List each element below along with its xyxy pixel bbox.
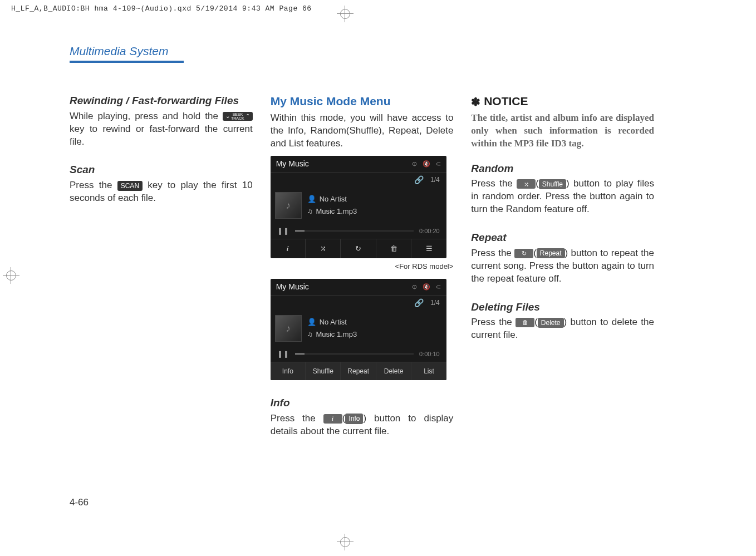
- page-number: 4-66: [70, 497, 89, 508]
- footer-info-icon: 𝒊: [271, 239, 306, 258]
- seek-track-key: ⌄ SEEK TRACK ⌃: [223, 112, 253, 121]
- para-rewind: While playing, press and hold the ⌄ SEEK…: [70, 110, 253, 149]
- caption-rds: <For RDS model>: [271, 262, 454, 272]
- elapsed-time: 0:00:10: [419, 350, 440, 358]
- notice-text: The title, artist and album info are dis…: [471, 112, 654, 150]
- track-info: 👤No Artist ♫Music 1.mp3: [307, 317, 357, 339]
- artist-name: No Artist: [320, 317, 347, 327]
- mute-icon: 🔇: [423, 160, 430, 168]
- seek-label-bottom: TRACK: [231, 116, 244, 120]
- footer-delete-btn: Delete: [376, 362, 411, 380]
- para-deleting: Press the 🗑(Delete) button to delete the…: [471, 316, 654, 342]
- column-1: Rewinding / Fast-forwarding Files While …: [70, 94, 253, 452]
- para-mymusic: Within this mode, you will have access t…: [271, 112, 454, 150]
- footer-shuffle-btn: Shuffle: [306, 362, 341, 380]
- registration-mark-bottom: [337, 534, 354, 550]
- person-icon: 👤: [307, 194, 316, 204]
- scr-title: My Music: [276, 282, 309, 292]
- disc-icon: ⊙: [412, 160, 417, 168]
- page-content: Multimedia System Rewinding / Fast-forwa…: [70, 45, 654, 452]
- snowflake-icon: ✽: [471, 96, 480, 108]
- delete-icon-button: 🗑: [516, 318, 534, 327]
- progress-bar: [295, 230, 414, 232]
- scr-body: ♪ 👤No Artist ♫Music 1.mp3: [271, 188, 446, 223]
- scr-footer: 𝒊 ⤮ ↻ 🗑 ☰: [271, 239, 446, 258]
- scr-title: My Music: [276, 159, 309, 169]
- scr-progress: ❚❚ 0:00:10: [271, 346, 446, 362]
- track-filename: Music 1.mp3: [316, 206, 357, 217]
- pause-icon: ❚❚: [277, 227, 289, 235]
- footer-delete-icon: 🗑: [376, 239, 411, 258]
- text: Press the: [471, 317, 516, 327]
- album-art-icon: ♪: [275, 315, 302, 342]
- print-header: H_LF_A,B_AUDIO:BH hma 4-109~(Audio).qxd …: [11, 4, 312, 13]
- text: Press the: [70, 180, 117, 190]
- column-2: My Music Mode Menu Within this mode, you…: [271, 94, 454, 452]
- footer-shuffle-icon: ⤮: [306, 239, 341, 258]
- scr-subheader: 🔗 1/4: [271, 173, 446, 188]
- scr-subheader: 🔗 1/4: [271, 296, 446, 311]
- scr-header: My Music ⊙ 🔇 ⊂: [271, 279, 446, 296]
- pause-icon: ❚❚: [277, 350, 289, 358]
- note-icon: ♫: [307, 329, 313, 339]
- album-art-icon: ♪: [275, 192, 302, 219]
- para-info: Press the 𝒊(Info) button to display deta…: [271, 412, 454, 438]
- track-info: 👤No Artist ♫Music 1.mp3: [307, 194, 357, 216]
- scr-header: My Music ⊙ 🔇 ⊂: [271, 156, 446, 173]
- scr-body: ♪ 👤No Artist ♫Music 1.mp3: [271, 311, 446, 346]
- scr-footer: Info Shuffle Repeat Delete List: [271, 362, 446, 380]
- screenshot-rds: My Music ⊙ 🔇 ⊂ 🔗 1/4 ♪ 👤No Artist ♫Mus: [271, 156, 446, 258]
- disc-icon: ⊙: [412, 283, 417, 291]
- text: Press the: [471, 178, 517, 189]
- seek-label-top: SEEK: [231, 112, 244, 116]
- heading-deleting: Deleting Files: [471, 300, 654, 314]
- heading-info: Info: [271, 396, 454, 410]
- column-3: ✽ NOTICE The title, artist and album inf…: [471, 94, 654, 452]
- text: Press the: [471, 248, 514, 258]
- chevron-up-icon: ⌃: [244, 114, 251, 119]
- track-filename: Music 1.mp3: [316, 329, 357, 339]
- loop-icon: ⊂: [436, 160, 441, 168]
- para-repeat: Press the ↻(Repeat) button to repeat the…: [471, 247, 654, 286]
- chevron-down-icon: ⌄: [224, 114, 231, 119]
- registration-mark-top: [337, 6, 354, 22]
- heading-repeat: Repeat: [471, 230, 654, 245]
- repeat-icon-button: ↻: [514, 249, 533, 258]
- para-scan: Press the SCAN key to play the first 10 …: [70, 179, 253, 205]
- chain-icon: 🔗: [414, 298, 424, 308]
- scr-progress: ❚❚ 0:00:20: [271, 223, 446, 239]
- shuffle-icon-button: ⤮: [517, 179, 536, 189]
- heading-mymusic: My Music Mode Menu: [271, 94, 454, 109]
- text: key to rewind or fast-forward the curren…: [70, 124, 253, 147]
- heading-scan: Scan: [70, 163, 253, 177]
- notice-heading: ✽ NOTICE: [471, 94, 654, 110]
- info-icon-button: 𝒊: [323, 414, 342, 424]
- para-random: Press the ⤮(Shuffle) button to play file…: [471, 178, 654, 216]
- registration-mark-left: [3, 267, 19, 284]
- delete-label: Delete: [538, 318, 564, 328]
- heading-random: Random: [471, 161, 654, 176]
- note-icon: ♫: [307, 206, 313, 217]
- columns: Rewinding / Fast-forwarding Files While …: [70, 94, 654, 452]
- artist-name: No Artist: [320, 194, 347, 204]
- chain-icon: 🔗: [414, 175, 424, 185]
- footer-list-icon: ☰: [411, 239, 446, 258]
- info-label: Info: [345, 414, 363, 424]
- scr-status-icons: ⊙ 🔇 ⊂: [412, 283, 441, 291]
- elapsed-time: 0:00:20: [419, 227, 440, 235]
- screenshot-standard: My Music ⊙ 🔇 ⊂ 🔗 1/4 ♪ 👤No Artist ♫Mus: [271, 279, 446, 380]
- loop-icon: ⊂: [436, 283, 441, 291]
- section-title: Multimedia System: [70, 45, 654, 58]
- footer-repeat-btn: Repeat: [341, 362, 376, 380]
- track-counter: 1/4: [430, 175, 440, 184]
- shuffle-label: Shuffle: [539, 179, 566, 189]
- section-underline: [70, 61, 184, 63]
- heading-rewind: Rewinding / Fast-forwarding Files: [70, 94, 253, 108]
- progress-bar: [295, 353, 414, 355]
- track-counter: 1/4: [430, 298, 440, 307]
- footer-info-btn: Info: [271, 362, 306, 380]
- footer-list-btn: List: [411, 362, 446, 380]
- footer-repeat-icon: ↻: [341, 239, 376, 258]
- notice-label: NOTICE: [484, 95, 528, 107]
- repeat-label: Repeat: [537, 248, 565, 258]
